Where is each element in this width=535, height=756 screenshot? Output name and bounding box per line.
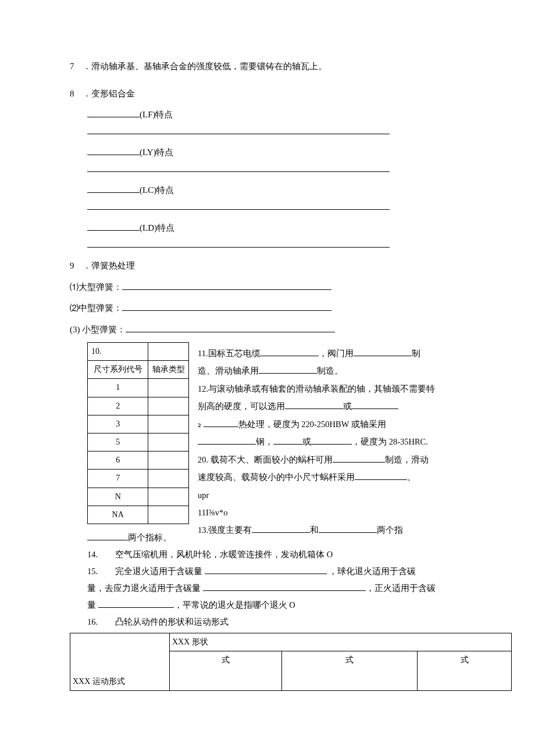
question-8-title: 8．变形铝合金 [70,85,465,102]
blank [87,146,140,155]
q16-cell-2: 式 [282,651,418,690]
text: 或 [302,437,311,446]
table-row: N [88,488,189,506]
table-row: 7 [88,470,189,488]
q16-title: 16. 凸轮从动件的形状和运动形式 [87,617,229,626]
empty-cell [148,379,189,397]
text: upr [198,490,209,500]
text: 两个指 [377,525,403,535]
text: 13.强度主要有 [198,525,252,535]
q8-lc-label: (LC)特点 [140,185,174,195]
q8-line-ly: (LY)特点 [87,144,465,177]
blank [122,281,331,290]
q15-part-d: ，正火适用于含碳 [366,583,436,593]
blank [98,599,174,608]
blank [204,418,238,427]
text: 速度较高、载荷较小的中小尺寸蜗杆采用 [198,472,355,482]
cell: 5 [88,433,148,451]
question-9-title: 9．弹簧热处理 [70,257,465,274]
text: 、 [407,472,416,482]
empty-cell [148,488,189,506]
q8-title-text: ．变形铝合金 [83,89,135,98]
q8-lf-label: (LF)特点 [140,110,173,119]
q8-line-lc: (LC)特点 [87,182,465,215]
cell: 1 [88,379,148,397]
blank [87,163,390,172]
q16-cell-1: 式 [170,651,282,690]
text: 制 [412,349,420,358]
empty-cell [148,433,189,451]
text: 钢， [256,437,273,446]
subscript-2: ₂ [198,420,201,429]
question-7: 7．滑动轴承基、基轴承合金的强度较低，需要镶铸在的轴瓦上。 [70,58,465,75]
text: 或 [343,402,352,411]
blank [126,323,335,332]
blank [87,221,140,231]
blank [203,582,366,591]
document-page: 7．滑动轴承基、基轴承合金的强度较低，需要镶铸在的轴瓦上。 8．变形铝合金 (L… [0,0,535,756]
text: 两个指标。 [128,533,172,542]
q15-part-a: 15. 完全退火适用于含碳量 [87,567,202,576]
blank [87,238,390,248]
q10-table: 10. 尺寸系列代号 轴承类型 1 2 3 5 6 7 N NA [87,342,189,524]
empty-cell [148,415,189,433]
text: 20. 载荷不大、断面较小的蜗杆可用 [198,455,333,464]
q9-sub-2: ⑵中型弹簧： [70,300,465,317]
blank [259,365,317,374]
empty-cell [148,452,189,470]
q9-sub2-label: ⑵中型弹簧： [70,303,122,313]
q10-header-cell: 10. [88,343,148,361]
table-row: 1 [88,379,189,397]
q15-part-f: ，平常说的退火是指哪个退火 O [174,600,295,610]
q15-part-c: 量，去应力退火适用于含碳量 [87,583,201,593]
empty-cell [148,397,189,415]
text: 12.与滚动轴承或有轴套的滑动轴承装配的轴，其轴颈不需要特 [198,384,435,393]
blank [205,565,327,574]
cell: NA [88,506,148,524]
table-row: 6 [88,452,189,470]
cell: N [88,488,148,506]
text: 制造，滑动 [385,455,429,464]
table-row: XXX 运动形式 XXX 形状 [70,633,512,651]
blank [87,531,128,540]
blank [355,471,407,481]
q16-motion-label: XXX 运动形式 [70,633,170,690]
q8-line-ld: (LD)特点 [87,220,465,253]
table-row: 2 [88,397,189,415]
q9-sub3-label: (3) 小型弹簧： [70,325,126,334]
q8-number: 8 [70,85,83,102]
blank [285,400,343,410]
blank [273,436,302,445]
text: ，硬度为 28-35HRC. [352,437,428,446]
table-row: 3 [88,415,189,433]
blank [333,453,385,463]
q7-text: ．滑动轴承基、基轴承合金的强度较低，需要镶铸在的轴瓦上。 [83,62,327,71]
q7-number: 7 [70,58,83,75]
blank [87,184,140,193]
q16-shape-label: XXX 形状 [170,633,512,651]
q10-right-text: 11.国标五芯电缆，阀门用制 造、滑动轴承用制造。 12.与滚动轴承或有轴套的滑… [198,345,477,539]
cell: 2 [88,397,148,415]
q16-table: XXX 运动形式 XXX 形状 式 式 式 [70,633,512,691]
blank [87,108,140,117]
q9-number: 9 [70,257,83,274]
blank [87,125,390,134]
q15-part-e: 量 [87,600,96,610]
cell: 3 [88,415,148,433]
text: 11.国标五芯电缆 [198,349,261,358]
q16-cell-3: 式 [418,651,512,690]
table-row: 5 [88,433,189,451]
empty-cell [148,506,189,524]
empty-cell [148,470,189,488]
q15-part-b: ，球化退火适用于含碳 [329,567,416,576]
table-row: 10. [88,343,189,361]
text: 热处理，硬度为 220-250HBW 或轴采用 [238,420,386,429]
q8-ld-label: (LD)特点 [140,223,174,232]
q8-line-lf: (LF)特点 [87,106,465,139]
text: ，阀门用 [319,349,354,358]
text: 制造。 [317,366,343,375]
q10-col1-label: 尺寸系列代号 [88,361,148,379]
text: 造、滑动轴承用 [198,366,259,375]
table-row: 尺寸系列代号 轴承类型 [88,361,189,379]
blank [311,436,352,445]
